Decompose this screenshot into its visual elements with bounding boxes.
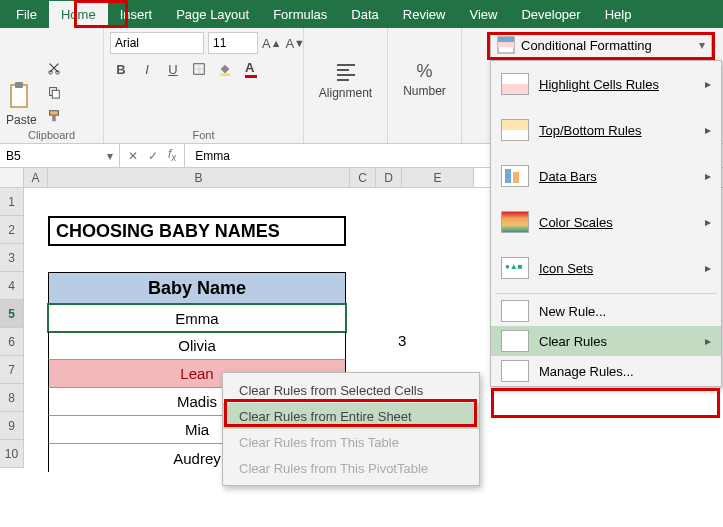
chevron-down-icon: ▾: [107, 149, 113, 163]
cell-title[interactable]: CHOOSING BABY NAMES: [48, 216, 346, 246]
menu-review[interactable]: Review: [391, 1, 458, 28]
conditional-formatting-button[interactable]: Conditional Formatting ▾: [490, 32, 712, 58]
col-header-b[interactable]: B: [48, 168, 350, 187]
menu-data[interactable]: Data: [339, 1, 390, 28]
chevron-right-icon: ▸: [705, 169, 711, 183]
clear-rules-icon: [501, 330, 529, 352]
format-painter-button[interactable]: [43, 105, 65, 127]
row-header[interactable]: 7: [0, 356, 24, 384]
row-header[interactable]: 9: [0, 412, 24, 440]
name-box-value: B5: [6, 149, 21, 163]
manage-rules-icon: [501, 360, 529, 382]
conditional-formatting-label: Conditional Formatting: [521, 38, 652, 53]
percent-icon[interactable]: %: [416, 61, 432, 82]
menu-page-layout[interactable]: Page Layout: [164, 1, 261, 28]
paste-label: Paste: [6, 113, 37, 127]
data-bars-icon: [501, 165, 529, 187]
chevron-right-icon: ▸: [705, 123, 711, 137]
conditional-formatting-icon: [497, 36, 515, 54]
group-font: A▲ A▼ B I U A Font: [104, 28, 304, 143]
paste-icon: [7, 81, 35, 111]
col-header-c[interactable]: C: [350, 168, 376, 187]
clear-rules-this-table: Clear Rules from This Table: [223, 429, 479, 455]
formula-buttons: ✕ ✓ fx: [120, 144, 185, 167]
copy-button[interactable]: [43, 81, 65, 103]
paste-button[interactable]: Paste: [6, 81, 37, 127]
cf-data-bars[interactable]: Data Bars▸: [491, 153, 721, 199]
number-label: Number: [403, 84, 446, 98]
bold-button[interactable]: B: [110, 58, 132, 80]
cf-new-rule[interactable]: New Rule...: [491, 296, 721, 326]
cell-b5[interactable]: Emma: [48, 304, 346, 332]
chevron-down-icon: ▾: [699, 38, 705, 52]
row-headers: 1 2 3 4 5 6 7 8 9 10: [0, 188, 24, 468]
conditional-formatting-menu: Highlight Cells Rules▸ Top/Bottom Rules▸…: [490, 60, 722, 387]
row-header[interactable]: 5: [0, 300, 24, 328]
name-box[interactable]: B5 ▾: [0, 144, 120, 167]
select-all-corner[interactable]: [0, 168, 24, 187]
highlight-cells-icon: [501, 73, 529, 95]
top-bottom-icon: [501, 119, 529, 141]
cf-color-scales[interactable]: Color Scales▸: [491, 199, 721, 245]
menu-help[interactable]: Help: [593, 1, 644, 28]
row-header[interactable]: 1: [0, 188, 24, 216]
decrease-font-button[interactable]: A▼: [285, 32, 304, 54]
chevron-right-icon: ▸: [705, 77, 711, 91]
clear-rules-selected-cells[interactable]: Clear Rules from Selected Cells: [223, 377, 479, 403]
clear-rules-submenu: Clear Rules from Selected Cells Clear Ru…: [222, 372, 480, 486]
cf-highlight-cells-rules[interactable]: Highlight Cells Rules▸: [491, 61, 721, 107]
svg-rect-1: [15, 82, 23, 88]
menu-home[interactable]: Home: [49, 1, 108, 28]
cancel-formula-button[interactable]: ✕: [128, 149, 138, 163]
col-header-d[interactable]: D: [376, 168, 402, 187]
clear-rules-entire-sheet[interactable]: Clear Rules from Entire Sheet: [223, 403, 479, 429]
enter-formula-button[interactable]: ✓: [148, 149, 158, 163]
svg-rect-0: [11, 85, 27, 107]
cut-button[interactable]: [43, 57, 65, 79]
row-header[interactable]: 2: [0, 216, 24, 244]
menu-formulas[interactable]: Formulas: [261, 1, 339, 28]
underline-button[interactable]: U: [162, 58, 184, 80]
increase-font-button[interactable]: A▲: [262, 32, 281, 54]
cell-e6[interactable]: 3: [398, 332, 406, 349]
icon-sets-icon: [501, 257, 529, 279]
row-header[interactable]: 10: [0, 440, 24, 468]
chevron-right-icon: ▸: [705, 261, 711, 275]
row-header[interactable]: 4: [0, 272, 24, 300]
menu-insert[interactable]: Insert: [108, 1, 165, 28]
cf-top-bottom-rules[interactable]: Top/Bottom Rules▸: [491, 107, 721, 153]
font-name-select[interactable]: [110, 32, 204, 54]
font-size-select[interactable]: [208, 32, 258, 54]
group-clipboard: Paste Clipboard: [0, 28, 104, 143]
font-color-button[interactable]: A: [240, 58, 262, 80]
cell-b6[interactable]: Olivia: [48, 332, 346, 360]
menu-file[interactable]: File: [4, 1, 49, 28]
menu-bar: File Home Insert Page Layout Formulas Da…: [0, 0, 723, 28]
cf-clear-rules[interactable]: Clear Rules▸: [491, 326, 721, 356]
row-header[interactable]: 3: [0, 244, 24, 272]
clear-rules-this-pivottable: Clear Rules from This PivotTable: [223, 455, 479, 481]
row-header[interactable]: 6: [0, 328, 24, 356]
svg-rect-7: [52, 115, 56, 121]
cf-icon-sets[interactable]: Icon Sets▸: [491, 245, 721, 291]
fill-color-button[interactable]: [214, 58, 236, 80]
svg-rect-6: [49, 111, 58, 115]
cf-manage-rules[interactable]: Manage Rules...: [491, 356, 721, 386]
group-font-label: Font: [110, 127, 297, 141]
menu-developer[interactable]: Developer: [509, 1, 592, 28]
group-number: % Number: [388, 28, 462, 143]
svg-rect-12: [498, 42, 514, 47]
col-header-e[interactable]: E: [402, 168, 474, 187]
cell-header[interactable]: Baby Name: [48, 272, 346, 304]
alignment-icon[interactable]: [334, 60, 358, 84]
borders-button[interactable]: [188, 58, 210, 80]
chevron-right-icon: ▸: [705, 334, 711, 348]
menu-view[interactable]: View: [457, 1, 509, 28]
svg-rect-11: [498, 37, 514, 42]
row-header[interactable]: 8: [0, 384, 24, 412]
svg-rect-5: [52, 90, 59, 98]
col-header-a[interactable]: A: [24, 168, 48, 187]
color-scales-icon: [501, 211, 529, 233]
italic-button[interactable]: I: [136, 58, 158, 80]
fx-button[interactable]: fx: [168, 147, 176, 163]
